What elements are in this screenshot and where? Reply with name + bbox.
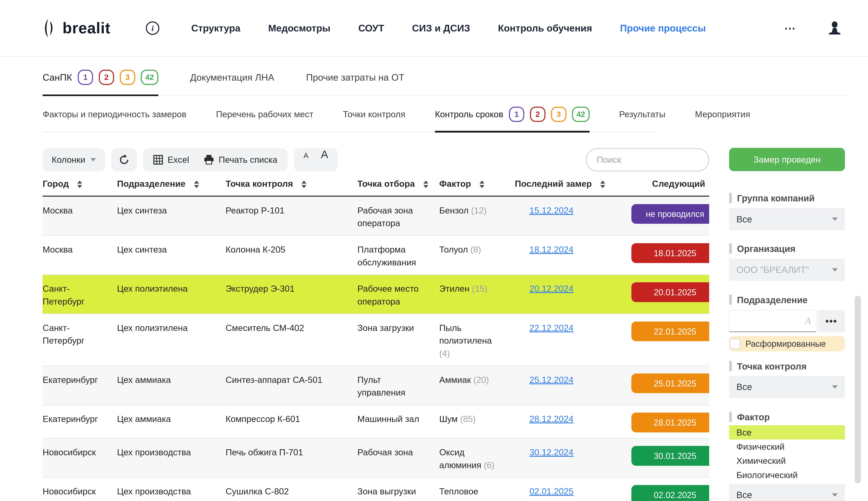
- factor-list: Все Физический Химический Биологический: [729, 425, 845, 482]
- department-more-button[interactable]: •••: [818, 310, 845, 332]
- control-point-select[interactable]: Все: [729, 376, 845, 398]
- tab-deadline-control[interactable]: Контроль сроков 1 2 3 42: [435, 96, 589, 132]
- disbanded-label: Расформированные: [745, 339, 826, 349]
- measurement-done-button[interactable]: Замер проведен: [729, 148, 845, 171]
- company-group-select[interactable]: Все: [729, 208, 845, 230]
- col-sampling-point: Точка отбора: [358, 179, 415, 189]
- badge-count-2[interactable]: 2: [99, 70, 114, 85]
- tab-other-costs[interactable]: Прочие затраты на ОТ: [306, 59, 405, 96]
- table-row[interactable]: Екатеринбург Цех аммиака Компрессор К-60…: [43, 405, 709, 438]
- printer-icon: [204, 155, 214, 165]
- table-row[interactable]: Москва Цех синтеза Реактор Р-101 Рабочая…: [43, 196, 709, 236]
- search-input[interactable]: [586, 148, 709, 171]
- columns-button[interactable]: Колонки: [43, 148, 105, 171]
- organization-label: Организация: [729, 243, 795, 254]
- table-row[interactable]: Екатеринбург Цех аммиака Синтез-аппарат …: [43, 366, 709, 405]
- last-measure-link[interactable]: 15.12.2024: [529, 205, 574, 215]
- col-factor: Фактор: [439, 179, 471, 189]
- last-measure-link[interactable]: 18.12.2024: [529, 245, 574, 255]
- cell-factor: Пыль полиэтилена: [439, 323, 492, 346]
- badge-count-42[interactable]: 42: [572, 107, 589, 122]
- next-measure-badge: 22.01.2025: [631, 321, 709, 341]
- tab-workplaces[interactable]: Перечень рабочих мест: [216, 96, 314, 132]
- nav-siz[interactable]: СИЗ и ДСИЗ: [412, 23, 470, 34]
- table-row[interactable]: Санкт-Петербург Цех полиэтилена Смесител…: [43, 314, 709, 366]
- sort-icon[interactable]: [194, 181, 199, 188]
- nav-structure[interactable]: Структура: [191, 23, 240, 34]
- cell-sampling-point: Зона загрузки: [358, 323, 414, 333]
- tab-sanpk[interactable]: СанПК 1 2 3 42: [43, 59, 158, 96]
- sort-icon[interactable]: [77, 181, 82, 188]
- primary-tabs: СанПК 1 2 3 42 Документация ЛНА Прочие з…: [43, 59, 847, 96]
- factor-option-physical[interactable]: Физический: [729, 439, 845, 454]
- tab-sanpk-label: СанПК: [43, 72, 72, 83]
- cell-sampling-point: Машинный зал: [358, 414, 419, 424]
- table-row[interactable]: Новосибирск Цех производства Печь обжига…: [43, 438, 709, 477]
- cell-control-point: Сушилка С-802: [226, 487, 289, 496]
- sort-icon[interactable]: [480, 181, 484, 188]
- cell-factor: Аммиак: [439, 375, 471, 385]
- next-measure-badge: 18.01.2025: [631, 243, 709, 263]
- next-measure-badge: не проводился: [631, 204, 709, 224]
- table-row[interactable]: Москва Цех синтеза Колонна К-205 Платфор…: [43, 236, 709, 275]
- cell-sampling-point: Платформа обслуживания: [358, 245, 416, 267]
- table-row[interactable]: Новосибирск Цех производства Сушилка С-8…: [43, 477, 709, 501]
- factor-option-chemical[interactable]: Химический: [729, 454, 845, 468]
- badge-count-1[interactable]: 1: [78, 70, 93, 85]
- tab-lna-docs[interactable]: Документация ЛНА: [190, 59, 274, 96]
- cell-factor-count: (20): [473, 375, 489, 385]
- last-measure-link[interactable]: 30.12.2024: [529, 447, 574, 457]
- nav-medical[interactable]: Медосмотры: [268, 23, 331, 34]
- last-measure-link[interactable]: 25.12.2024: [529, 375, 574, 385]
- nav-other-processes[interactable]: Прочие процессы: [620, 23, 706, 34]
- cell-factor: Оксид алюминия: [439, 447, 481, 470]
- factor-option-biological[interactable]: Биологический: [729, 468, 845, 482]
- badge-count-3[interactable]: 3: [551, 107, 566, 122]
- font-larger-button[interactable]: A: [321, 148, 328, 160]
- brand-name: brealit: [63, 19, 111, 37]
- cell-city: Новосибирск: [43, 447, 96, 457]
- excel-export-button[interactable]: Excel: [153, 154, 189, 165]
- font-size-group: A A: [294, 148, 338, 171]
- print-list-button[interactable]: Печать списка: [204, 154, 277, 165]
- last-measure-link[interactable]: 28.12.2024: [529, 414, 574, 424]
- badge-count-1[interactable]: 1: [509, 107, 524, 122]
- excel-table-icon: [153, 155, 163, 165]
- bottom-select[interactable]: Все: [729, 484, 845, 501]
- sort-icon[interactable]: [301, 181, 306, 188]
- cell-department: Цех синтеза: [117, 205, 167, 215]
- cell-sampling-point: Рабочее место оператора: [358, 284, 419, 307]
- tab-factors-periodicity[interactable]: Факторы и периодичность замеров: [43, 96, 186, 132]
- table-row-selected[interactable]: Санкт-Петербург Цех полиэтилена Экструде…: [43, 275, 709, 314]
- department-input[interactable]: A: [729, 310, 817, 332]
- font-smaller-button[interactable]: A: [304, 151, 308, 160]
- organization-select[interactable]: ООО "БРЕАЛИТ": [729, 259, 845, 281]
- disbanded-checkbox[interactable]: [730, 338, 740, 349]
- tab-results[interactable]: Результаты: [619, 96, 666, 132]
- brand-logo[interactable]: brealit: [43, 19, 110, 38]
- excel-export-label: Excel: [167, 154, 189, 165]
- refresh-button[interactable]: [111, 148, 137, 171]
- last-measure-link[interactable]: 22.12.2024: [529, 323, 574, 333]
- nav-sout[interactable]: СОУТ: [358, 23, 384, 34]
- sidebar-scrollbar[interactable]: [855, 296, 861, 483]
- next-measure-badge: 30.01.2025: [631, 446, 709, 466]
- last-measure-link[interactable]: 02.01.2025: [529, 487, 574, 496]
- tab-control-points[interactable]: Точки контроля: [343, 96, 405, 132]
- sort-icon[interactable]: [600, 181, 605, 188]
- chevron-down-icon: [832, 493, 838, 497]
- table-toolbar: Колонки: [43, 148, 709, 172]
- badge-count-42[interactable]: 42: [141, 70, 158, 85]
- badge-count-3[interactable]: 3: [120, 70, 135, 85]
- badge-count-2[interactable]: 2: [530, 107, 545, 122]
- sort-icon[interactable]: [424, 181, 428, 188]
- cell-city: Екатеринбург: [43, 414, 98, 424]
- factor-option-all[interactable]: Все: [729, 425, 845, 439]
- last-measure-link[interactable]: 20.12.2024: [529, 284, 574, 294]
- info-icon[interactable]: i: [146, 21, 160, 35]
- cell-factor: Бензол: [439, 205, 469, 215]
- cell-city: Санкт-Петербург: [43, 323, 84, 346]
- disbanded-filter: Расформированные: [729, 336, 845, 351]
- department-input-hint: A: [805, 315, 811, 327]
- nav-training[interactable]: Контроль обучения: [498, 23, 592, 34]
